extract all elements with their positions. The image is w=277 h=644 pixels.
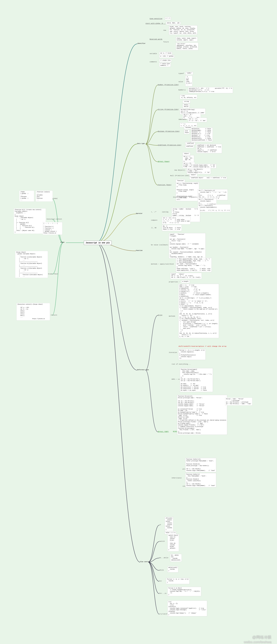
code-number-fn: parseInt('3.7', 10); // 3 parseInt('ff',… — [188, 87, 233, 93]
code-while: while(cond){ stateN; } — [167, 566, 178, 572]
code-switch: switch (key){ case v1: state1; break; ..… — [167, 534, 179, 552]
code-bool-truthy: Boolean(0); // false Boolean(NaN); // fa… — [191, 128, 213, 142]
node-reserved-future: future — [163, 41, 169, 43]
connector-lines — [0, 0, 277, 644]
node-closure[interactable]: Closure — [51, 314, 57, 316]
node-op-casting: casting — [162, 211, 168, 213]
node-op-logic: ||, && — [151, 227, 156, 228]
code-try: try{ var a = {}; a.b(); }catch(e){ conso… — [167, 600, 207, 616]
node-boolean[interactable]: Boolean (Primitive-like) — [158, 130, 180, 132]
code-number-typeof: 'number' — [185, 72, 193, 75]
node-string-immutable: immutable — [178, 118, 186, 120]
node-variable[interactable]: variable — [150, 53, 157, 54]
code-op-logic: &&, || true && false // false false || t… — [162, 225, 182, 231]
code-fn-args: var f = function(){ console.log(argument… — [198, 204, 231, 212]
node-scope-global[interactable]: global — [52, 198, 58, 199]
node-number-fn: Number() — [178, 89, 186, 91]
code-reserved-always: class, const, enum, export, extends, imp… — [176, 37, 198, 42]
code-dowhile: do...while do{ stateN; }while(cond); — [170, 554, 182, 562]
code-context-stack: [ ... | ... | ... ] ↓ | function B | | f… — [43, 222, 62, 235]
node-scopechain[interactable]: Scope chain — [48, 273, 58, 275]
code-start: abc12, $abc, _abc — [166, 22, 181, 25]
code-forin: for(var k in Obj){ // if(Obj.hasOwnPrope… — [167, 587, 201, 596]
code-op-compare: var a = a+1; a+=1; <, <=, >, >= // only … — [162, 217, 190, 224]
branch-flow[interactable]: Flow control — [140, 561, 150, 562]
node-function-type[interactable]: Function (base) — [158, 184, 171, 186]
node-invoke: Invoke function ─ arguments — [173, 196, 197, 198]
code-ternary: value = a ? b — [165, 531, 176, 534]
code-obj-inst: var p = { name: 'Ed', age: 24, }; — [183, 155, 194, 163]
node-array[interactable]: Array — [158, 314, 162, 316]
node-exec-context[interactable]: Execution context — [47, 218, 62, 220]
code-reserved-strict: 'use strict' implements, interface, let,… — [176, 42, 198, 50]
code-array-decl: typeof 'object' var a = [1, 2, '', {A: t… — [170, 273, 202, 279]
node-root-everything: root of everything... — [172, 363, 191, 365]
code-string-typeof: 'string' — [183, 100, 190, 103]
code-firstclass: typeof 'function' f.length; var api = fu… — [169, 233, 206, 258]
node-while: while — [159, 569, 164, 571]
branch-function[interactable]: Function — [136, 250, 142, 251]
code-null: 'undefined object' null == undefined; //… — [189, 176, 227, 180]
node-if: if — [159, 524, 161, 526]
node-null[interactable]: Null (Primitive-like) — [170, 175, 189, 176]
code-number-value: -1 1.8 NaN 1e10 0.1+0.2 ... — [185, 76, 192, 86]
watermark-url: weibo.com/lewhwa — [244, 640, 271, 644]
code-string-immutable: var a = 'a'; a = a + 'bc'; // 'abc' — [188, 118, 207, 122]
root-node[interactable]: Javascript in one pic — [84, 241, 112, 245]
code-prototype: function Person(){}; Person.prototype.na… — [177, 395, 227, 435]
code-scope-global2: |function (value)| ... variable this fun… — [36, 190, 53, 202]
code-scopechain: [Scope Chain] → global (Variable Object)… — [15, 251, 48, 278]
code-comment-single: // single line — [159, 59, 172, 62]
node-array-methods: methods — [169, 315, 175, 317]
code-scope-global: //Node | global | ... //Browser | window… — [19, 190, 34, 202]
branch-identifier[interactable]: identifier — [137, 43, 145, 44]
code-construct: function Person(name){ this.name = name;… — [180, 368, 213, 392]
node-comments[interactable]: comments — [150, 61, 157, 63]
code-exec: [function b(){ //create new context} (va… — [14, 208, 46, 234]
code-obj-new: var p = new Object(); p.name = 'Ed'; con… — [187, 168, 211, 174]
node-op-compare: compare — [151, 219, 157, 221]
code-methods: /* func.apply(thisObj, [arg1, arg2, ...]… — [176, 258, 212, 272]
code-undef-value: undefined — [185, 145, 194, 148]
code-var-local: var a; // local — [159, 52, 172, 55]
code-array-iterate: for(var i = 0; i < a.length; i++){ conso… — [178, 349, 206, 360]
node-for: for — [159, 580, 162, 582]
code-array-methods: a[0] == 1; // true a[0] == true; // true… — [178, 284, 219, 338]
code-for: for(var i = 0, e < len; i++){ stateN; } — [166, 578, 190, 584]
code-obj-typeof: 'object' — [183, 152, 190, 155]
node-array-length: properties ─ — [169, 281, 180, 283]
code-inh-constructor: function Father(){ this.familyName = 'Go… — [185, 473, 216, 487]
code-prototype-diagram: Person ─ name ─ 'Person' └ prototype p1 … — [225, 398, 252, 406]
code-string-value: 'Hello' "World" — [183, 104, 190, 108]
node-dowhile: do...while — [159, 557, 168, 558]
node-forin: for...in — [159, 592, 166, 594]
code-array-length: a.length; — [181, 280, 190, 283]
node-reserved[interactable]: Reserved words — [150, 38, 162, 40]
node-firstclass: be value (callback) — [151, 244, 168, 246]
node-inheritance: Inheritance — [172, 477, 182, 479]
node-switch: switch — [159, 540, 165, 542]
node-string[interactable]: String (Primitive-like) — [158, 108, 179, 110]
node-undefined[interactable]: Undefined (Primitive-like) — [158, 144, 181, 146]
branch-operator[interactable]: Operator — [136, 213, 142, 214]
code-reserved-now: break, case, catch, continue, default, d… — [169, 25, 197, 35]
branch-datatype[interactable]: Data type — [137, 143, 145, 144]
code-case: a != A — [165, 17, 171, 20]
node-object-oop[interactable]: Object (OOP) — [158, 431, 169, 432]
node-number[interactable]: Number (Primitive-like) — [158, 84, 179, 86]
code-closure: [Execution context]──[Scope chain] ... v… — [17, 303, 50, 320]
branch-scope[interactable]: Scope — [60, 242, 65, 243]
node-startwith[interactable]: start with alpha, $, _ — [145, 22, 165, 24]
watermark-handle: @网络冷眼 — [252, 635, 271, 640]
node-array-warn: shift/unshift/reverse/splice // will cha… — [178, 346, 226, 347]
code-inh-protochain: function Father(){}; Father.prototype.fa… — [185, 458, 216, 472]
node-number-typeof: typeof — [178, 73, 184, 74]
branch-reftype[interactable]: Reference type — [137, 369, 149, 370]
node-op-plus: +, -/* — [151, 211, 156, 213]
node-object[interactable]: Object (base) — [158, 161, 170, 162]
code-comment-multi: /* multi-line comments */ — [159, 62, 171, 67]
code-fn-typeof: 'function' — [176, 179, 185, 182]
code-undef-typeof: 'undefined' — [185, 142, 195, 145]
node-case[interactable]: Case-sensitive — [150, 18, 162, 20]
code-null-typeof: 'object' — [189, 174, 197, 176]
